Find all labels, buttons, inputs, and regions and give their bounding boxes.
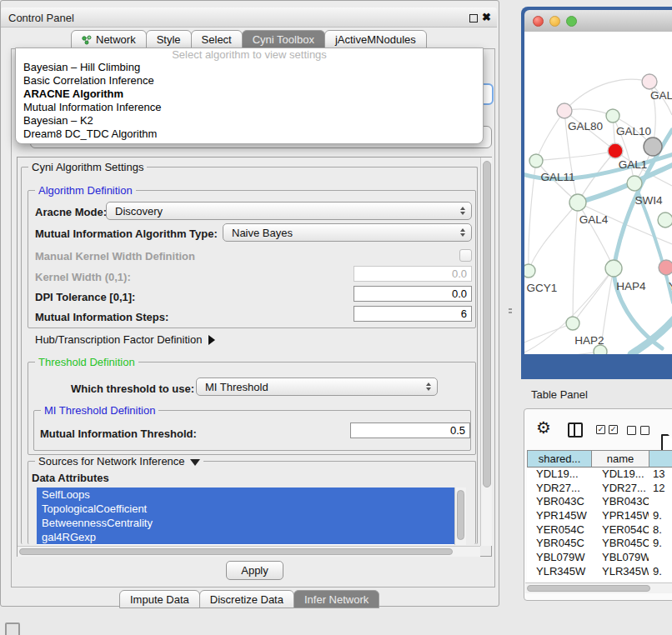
tab-select[interactable]: Select — [191, 30, 243, 48]
settings-vertical-scrollbar[interactable] — [480, 158, 492, 546]
minimize-traffic-light-icon[interactable] — [549, 16, 560, 27]
cell-shared-name: YBR043C — [527, 495, 591, 509]
collapse-down-icon — [190, 459, 200, 466]
network-node-GAL1[interactable] — [608, 143, 623, 158]
network-window-titlebar[interactable] — [524, 10, 672, 32]
show-columns-icon[interactable]: ✓ ✓ — [596, 425, 618, 434]
table-row[interactable]: YDL19...YDL19...13 — [527, 468, 672, 482]
tab-impute-data[interactable]: Impute Data — [119, 590, 200, 608]
cyni-algorithm-settings-title: Cyni Algorithm Settings — [28, 161, 147, 173]
settings-horizontal-scrollbar[interactable] — [18, 546, 480, 557]
unchecked-box-icon — [627, 426, 636, 435]
algorithm-option[interactable]: Basic Correlation Inference — [16, 74, 483, 88]
tab-cyni-toolbox[interactable]: Cyni Toolbox — [242, 30, 325, 48]
algorithm-option[interactable]: Bayesian – K2 — [16, 114, 483, 128]
sources-group-title[interactable]: Sources for Network Inference — [35, 455, 203, 468]
float-window-icon[interactable] — [469, 14, 478, 22]
algorithm-option[interactable]: Dream8 DC_TDC Algorithm — [16, 128, 483, 141]
network-node-GCY1[interactable] — [524, 264, 535, 278]
dpi-tolerance-field[interactable] — [354, 286, 472, 302]
algorithm-dropdown-popup: Select algorithm to view settings Bayesi… — [15, 48, 484, 144]
control-panel-titlebar[interactable] — [1, 8, 497, 28]
dpi-tolerance-label: DPI Tolerance [0,1]: — [35, 291, 135, 303]
cell-value: 9. — [649, 537, 662, 551]
network-node-unlabeled[interactable] — [658, 212, 672, 228]
docked-panel-icon[interactable] — [5, 622, 20, 635]
tab-jactivemnodules[interactable]: jActiveMNodules — [324, 30, 427, 48]
node-table[interactable]: YDL19...YDL19...13 YDR27...YDR27...12 YB… — [527, 468, 672, 582]
algorithm-option[interactable]: Mutual Information Inference — [16, 101, 483, 114]
tab-network[interactable]: Network — [71, 30, 147, 48]
network-canvas[interactable]: GALGAL80GAL10GAL1GAL11SWI4GAL4GCY1HAP4YH… — [524, 32, 672, 354]
cell-value: 8. — [649, 523, 662, 538]
which-threshold-combobox[interactable]: MI Threshold — [196, 378, 438, 396]
attribute-item-selected[interactable]: BetweennessCentrality — [37, 516, 454, 530]
cyni-bottom-tabbar: Impute Data Discretize Data Infer Networ… — [120, 590, 379, 608]
mi-algorithm-type-value: Naive Bayes — [232, 227, 293, 239]
attribute-item-selected[interactable]: gal4RGexp — [37, 530, 454, 544]
attribute-list-scrollbar[interactable] — [454, 488, 466, 545]
table-row[interactable]: YPR145WYPR145W9. — [527, 509, 672, 523]
threshold-definition-title: Threshold Definition — [35, 356, 138, 368]
panel-splitter-handle[interactable] — [508, 307, 512, 314]
gear-icon[interactable]: ⚙ — [536, 419, 551, 436]
network-node-GAL11[interactable] — [529, 154, 543, 168]
mi-threshold-field[interactable] — [350, 422, 470, 438]
tab-jactivemnodules-label: jActiveMNodules — [335, 33, 416, 46]
tab-style[interactable]: Style — [146, 30, 192, 48]
network-node-unlabeled[interactable] — [644, 138, 662, 156]
network-node-Y[interactable] — [659, 260, 672, 275]
column-header-clipped[interactable] — [649, 451, 672, 468]
zoom-traffic-light-icon[interactable] — [566, 16, 577, 27]
network-node-GAL[interactable] — [642, 74, 657, 89]
attribute-item-selected[interactable]: TopologicalCoefficient — [37, 502, 454, 516]
algorithm-option-selected[interactable]: ARACNE Algorithm — [16, 88, 483, 101]
tab-infer-network[interactable]: Infer Network — [293, 590, 379, 608]
scrollbar-thumb[interactable] — [19, 548, 453, 555]
network-node-SWI4[interactable] — [627, 176, 642, 191]
split-view-icon[interactable] — [568, 422, 583, 438]
table-row[interactable]: YDR27...YDR27...12 — [527, 482, 672, 496]
close-icon[interactable]: ✖ — [482, 11, 491, 23]
column-header-shared-name[interactable]: shared... — [528, 451, 592, 468]
scrollbar-thumb[interactable] — [483, 161, 491, 488]
table-row[interactable]: YBR045CYBR045C9. — [527, 537, 672, 551]
control-panel-tabbar: Network Style Select Cyni Toolbox jActiv… — [72, 30, 427, 48]
cell-name: YPR145W — [591, 509, 649, 523]
tab-discretize-data[interactable]: Discretize Data — [199, 590, 294, 608]
cell-shared-name: YBR045C — [527, 537, 591, 551]
network-edge — [529, 202, 578, 271]
data-attributes-list[interactable]: SelfLoops TopologicalCoefficient Between… — [37, 488, 454, 545]
close-traffic-light-icon[interactable] — [533, 16, 544, 27]
hub-definition-label: Hub/Transcription Factor Definition — [35, 333, 202, 346]
cell-shared-name: YIL052C — [527, 579, 591, 582]
table-row[interactable]: YBR043CYBR043C — [527, 495, 672, 509]
manual-kernel-width-checkbox[interactable] — [459, 249, 472, 262]
table-row[interactable]: YLR345WYLR345W9. — [527, 565, 672, 579]
scrollbar-thumb[interactable] — [527, 585, 650, 592]
column-header-name[interactable]: name — [592, 451, 649, 468]
network-node-GAL80[interactable] — [557, 103, 572, 118]
control-panel-title: Control Panel — [8, 12, 74, 24]
algorithm-popup-placeholder: Select algorithm to view settings — [16, 48, 483, 61]
cell-name: YDR27... — [591, 482, 649, 496]
scrollbar-thumb[interactable] — [457, 490, 464, 540]
mi-steps-field[interactable] — [354, 306, 472, 322]
network-node-GAL10[interactable] — [606, 109, 619, 122]
network-node-HAP4[interactable] — [605, 260, 622, 277]
kernel-width-field[interactable] — [354, 266, 472, 282]
table-row[interactable]: YIL052CYIL052C9 — [527, 579, 672, 582]
cell-value: 9 — [649, 579, 659, 582]
hide-columns-icon[interactable] — [627, 426, 649, 435]
network-node-HAP2[interactable] — [566, 317, 579, 330]
apply-button[interactable]: Apply — [226, 561, 283, 580]
aracne-mode-combobox[interactable]: Discovery — [106, 202, 472, 220]
mi-algorithm-type-combobox[interactable]: Naive Bayes — [223, 223, 472, 242]
network-node-GAL4[interactable] — [569, 194, 586, 211]
table-row[interactable]: YER054CYER054C8. — [527, 523, 672, 538]
hub-definition-expander[interactable]: Hub/Transcription Factor Definition — [35, 333, 215, 346]
table-horizontal-scrollbar[interactable] — [525, 582, 672, 593]
table-row[interactable]: YBL079WYBL079W — [527, 551, 672, 565]
attribute-item-selected[interactable]: SelfLoops — [37, 488, 454, 502]
algorithm-option[interactable]: Bayesian – Hill Climbing — [16, 61, 483, 74]
